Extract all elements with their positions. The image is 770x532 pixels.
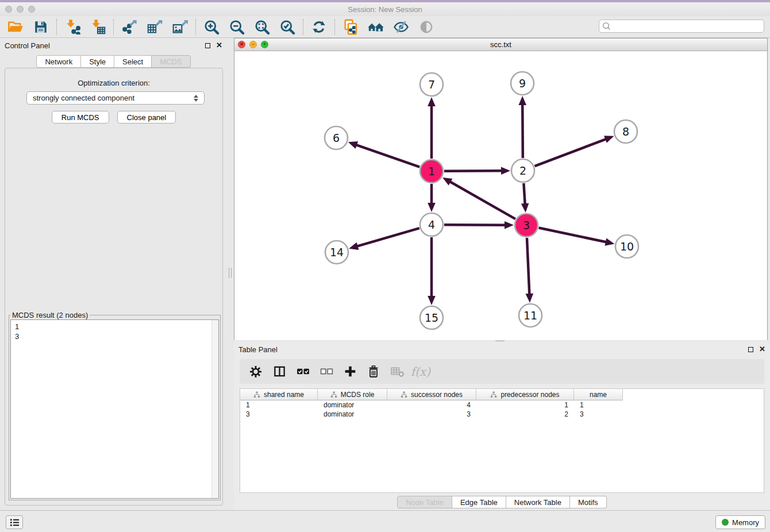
table-cell[interactable]: 3 bbox=[574, 410, 623, 419]
table-cell[interactable]: 3 bbox=[240, 410, 318, 419]
criterion-dropdown[interactable]: strongly connected component bbox=[26, 91, 205, 105]
column-visibility-button[interactable] bbox=[272, 364, 287, 379]
float-panel-icon[interactable] bbox=[205, 43, 210, 48]
show-panels-button[interactable] bbox=[6, 515, 23, 529]
save-session-button[interactable] bbox=[31, 18, 51, 36]
hide-selected-button[interactable] bbox=[391, 18, 411, 36]
graph-edge-3-11[interactable] bbox=[527, 238, 529, 295]
graph-edge-arrow bbox=[526, 294, 534, 303]
column-header-name[interactable]: name bbox=[574, 389, 623, 400]
toolbar-separator bbox=[334, 19, 335, 35]
column-header-MCDS-role[interactable]: MCDS role bbox=[318, 389, 387, 400]
graph-edge-2-8[interactable] bbox=[535, 139, 607, 166]
zoom-fit-icon bbox=[254, 19, 270, 35]
table-cell[interactable]: 1 bbox=[476, 400, 574, 410]
float-panel-icon[interactable] bbox=[748, 347, 753, 352]
function-builder-button[interactable]: f(x) bbox=[413, 364, 428, 379]
tab-edge-table[interactable]: Edge Table bbox=[452, 496, 506, 508]
open-session-button[interactable] bbox=[6, 18, 25, 36]
fx-icon: f(x) bbox=[411, 365, 430, 379]
show-hidden-button[interactable] bbox=[417, 18, 436, 36]
gear-icon bbox=[249, 365, 263, 379]
table-row[interactable]: 3dominator323 bbox=[240, 410, 764, 419]
table-tabs: Node Table Edge Table Network Table Moti… bbox=[234, 496, 770, 508]
column-type-icon bbox=[330, 391, 337, 398]
close-panel-button[interactable]: Close panel bbox=[117, 111, 176, 124]
tab-select[interactable]: Select bbox=[114, 55, 152, 68]
plus-icon bbox=[343, 364, 357, 379]
clone-network-button[interactable] bbox=[341, 18, 360, 36]
zoom-fit-button[interactable] bbox=[252, 18, 272, 36]
splitter-handle[interactable] bbox=[229, 268, 232, 278]
table-cell[interactable]: 2 bbox=[476, 410, 574, 419]
search-input[interactable] bbox=[599, 20, 764, 33]
graph-edge-arrow bbox=[518, 96, 526, 105]
table-cell[interactable]: 1 bbox=[574, 400, 623, 410]
add-column-button[interactable] bbox=[342, 364, 357, 379]
column-header-predecessor-nodes[interactable]: predecessor nodes bbox=[476, 389, 574, 400]
zoom-out-button[interactable] bbox=[227, 18, 247, 36]
close-panel-icon[interactable]: ✕ bbox=[759, 346, 765, 352]
table-panel-header: Table Panel ✕ bbox=[234, 342, 770, 357]
table-options-button[interactable] bbox=[248, 364, 263, 379]
table-cell[interactable]: dominator bbox=[318, 400, 387, 410]
run-mcds-button[interactable]: Run MCDS bbox=[52, 111, 109, 124]
eye-slash-icon bbox=[393, 19, 409, 35]
graph-edge-2-9[interactable] bbox=[522, 104, 523, 158]
tab-style[interactable]: Style bbox=[81, 55, 114, 68]
select-all-button[interactable] bbox=[295, 364, 310, 379]
tab-network-table[interactable]: Network Table bbox=[506, 496, 570, 508]
tab-network[interactable]: Network bbox=[36, 55, 81, 68]
zoom-in-icon bbox=[203, 19, 220, 35]
network-graph-canvas[interactable]: 7968124314101511 bbox=[234, 51, 767, 340]
close-panel-icon[interactable]: ✕ bbox=[216, 43, 222, 48]
delete-column-button[interactable] bbox=[366, 364, 381, 379]
trash-icon bbox=[367, 365, 380, 379]
tab-node-table[interactable]: Node Table bbox=[397, 496, 452, 508]
tab-motifs[interactable]: Motifs bbox=[570, 496, 607, 508]
import-table-button[interactable] bbox=[88, 18, 107, 36]
column-header-shared-name[interactable]: shared name bbox=[240, 389, 318, 400]
vertical-splitter[interactable] bbox=[227, 38, 234, 510]
mcds-result-list[interactable]: 13 bbox=[10, 319, 219, 499]
mcds-result-item[interactable]: 3 bbox=[15, 331, 218, 341]
graph-edge-4-3[interactable] bbox=[444, 225, 506, 225]
refresh-view-button[interactable] bbox=[309, 18, 329, 36]
graph-edge-4-14[interactable] bbox=[357, 228, 419, 246]
graph-edge-arrow bbox=[348, 141, 358, 149]
column-type-icon bbox=[490, 391, 497, 398]
export-table-button[interactable] bbox=[145, 18, 164, 36]
table-cell[interactable]: dominator bbox=[318, 410, 387, 419]
graph-edge-3-10[interactable] bbox=[539, 228, 607, 242]
graph-edge-arrow bbox=[605, 238, 614, 245]
graph-edge-1-6[interactable] bbox=[356, 145, 419, 167]
mcds-result-item[interactable]: 1 bbox=[15, 322, 218, 331]
columns-icon bbox=[273, 365, 286, 378]
unselect-all-button[interactable] bbox=[319, 364, 334, 379]
table-cell[interactable]: 3 bbox=[387, 410, 476, 419]
dropdown-stepper-icon bbox=[194, 95, 198, 102]
table-row[interactable]: 1dominator411 bbox=[240, 400, 764, 410]
table-body: 1dominator4113dominator323 bbox=[240, 400, 764, 419]
export-network-button[interactable] bbox=[120, 18, 139, 36]
graph-edge-arrow bbox=[349, 242, 359, 250]
zoom-in-button[interactable] bbox=[202, 18, 221, 36]
first-neighbors-button[interactable] bbox=[366, 18, 386, 36]
table-cell[interactable]: 4 bbox=[387, 400, 476, 410]
graph-edge-3-1[interactable] bbox=[449, 182, 515, 219]
graph-edge-2-3[interactable] bbox=[523, 183, 525, 205]
scrollbar-track[interactable] bbox=[211, 320, 218, 498]
delete-table-button[interactable] bbox=[390, 364, 405, 379]
toolbar-separator bbox=[113, 19, 114, 35]
import-network-button[interactable] bbox=[63, 18, 82, 36]
graph-edge-1-2[interactable] bbox=[444, 171, 502, 171]
graph-edge-arrow bbox=[604, 136, 614, 143]
zoom-selected-button[interactable] bbox=[278, 18, 297, 36]
column-header-successor-nodes[interactable]: successor nodes bbox=[387, 389, 476, 400]
control-panel-title: Control Panel bbox=[5, 41, 205, 50]
table-cell[interactable]: 1 bbox=[240, 400, 318, 410]
graph-node-label: 4 bbox=[428, 218, 435, 231]
export-image-button[interactable] bbox=[170, 18, 190, 36]
memory-button[interactable]: Memory bbox=[715, 515, 765, 529]
tab-mcds[interactable]: MCDS bbox=[152, 55, 190, 68]
